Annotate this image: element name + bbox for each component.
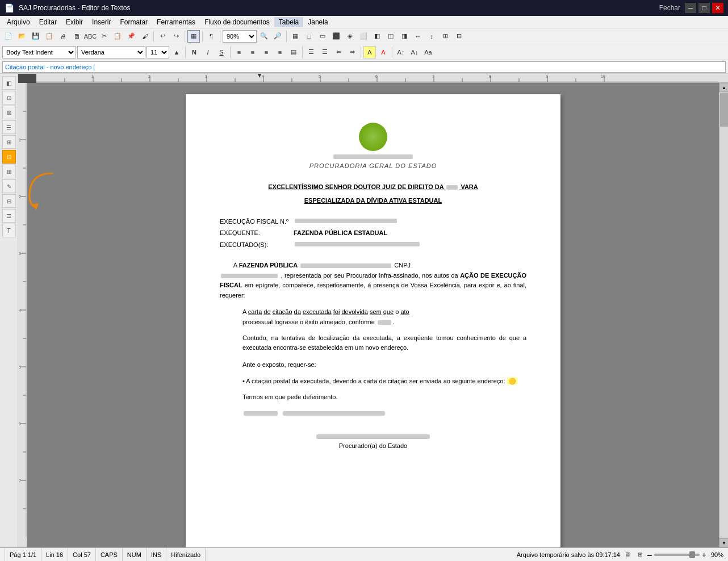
zoom-in-button[interactable]: 🔍 <box>258 30 270 43</box>
scroll-thumb[interactable] <box>720 93 728 127</box>
ante-text: Ante o exposto, requer-se: <box>242 361 316 368</box>
style-select[interactable]: Body Text Indent <box>2 46 76 58</box>
svg-text:4: 4 <box>19 308 21 312</box>
scrollbar-right[interactable]: ▲ ▼ <box>719 83 728 547</box>
scroll-track[interactable] <box>719 92 728 538</box>
zoom-select[interactable]: 90% 75% 100% <box>223 30 257 43</box>
menu-exibir[interactable]: Exibir <box>61 17 87 27</box>
doc-area[interactable]: PROCURADORIA GERAL DO ESTADO EXCELENTÍSS… <box>27 83 719 547</box>
underline-button[interactable]: S <box>215 46 228 58</box>
fontsize-dn[interactable]: A↓ <box>408 46 421 58</box>
sidebar-btn-10[interactable]: ☲ <box>2 209 16 223</box>
sidebar-btn-1[interactable]: ◧ <box>2 76 16 90</box>
saveas-button[interactable]: 📋 <box>43 30 56 43</box>
tb-icon3[interactable]: ▭ <box>316 30 329 43</box>
pilcrow-button[interactable]: ¶ <box>205 30 217 43</box>
new-button[interactable]: 📄 <box>2 30 15 43</box>
menu-janela[interactable]: Janela <box>303 17 332 27</box>
zoom-thumb[interactable] <box>689 551 695 558</box>
maximize-button[interactable]: □ <box>698 3 710 13</box>
status-icon1[interactable]: 🖥 <box>622 550 633 560</box>
sidebar-btn-3[interactable]: ⊠ <box>2 106 16 119</box>
save-button[interactable]: 💾 <box>30 30 42 43</box>
exequente-row: EXEQUENTE: FAZENDA PÚBLICA ESTADUAL <box>220 228 526 238</box>
align-center[interactable]: ≡ <box>246 46 259 58</box>
spell-button[interactable]: ABC <box>84 30 97 43</box>
tb-icon11[interactable]: ↕ <box>425 30 438 43</box>
sidebar-btn-11[interactable]: T <box>2 224 16 237</box>
bold-button[interactable]: N <box>188 46 200 58</box>
close-label[interactable]: Fechar <box>659 4 680 12</box>
exec-fiscal-row: EXECUÇÃO FISCAL N.º <box>220 217 526 227</box>
menu-arquivo[interactable]: Arquivo <box>2 17 35 27</box>
size-select[interactable]: 11 <box>147 46 169 58</box>
caps-toggle[interactable]: Aa <box>422 46 434 58</box>
zoom-out-button[interactable]: 🔎 <box>271 30 284 43</box>
redo-button[interactable]: ↪ <box>170 30 182 43</box>
highlight-button[interactable]: A <box>363 46 376 58</box>
fontsize-up[interactable]: A↑ <box>395 46 407 58</box>
align-left[interactable]: ≡ <box>233 46 245 58</box>
font-select[interactable]: Verdana <box>77 46 145 58</box>
col-button[interactable]: ▤ <box>287 46 300 58</box>
align-right[interactable]: ≡ <box>260 46 273 58</box>
menu-ferramentas[interactable]: Ferramentas <box>152 17 200 27</box>
h-ruler: 1 2 3 4 5 6 <box>36 74 728 83</box>
zoom-minus[interactable]: – <box>647 550 652 559</box>
tb-icon10[interactable]: ↔ <box>412 30 424 43</box>
menu-editar[interactable]: Editar <box>35 17 61 27</box>
tb-icon5[interactable]: ◈ <box>344 30 356 43</box>
tb-icon7[interactable]: ◧ <box>371 30 383 43</box>
font-color-button[interactable]: A <box>377 46 390 58</box>
format-painter[interactable]: 🖌 <box>139 30 151 43</box>
copy-button[interactable]: 📋 <box>111 30 124 43</box>
increase-indent[interactable]: ⇒ <box>346 46 358 58</box>
zoom-slider[interactable] <box>654 554 700 556</box>
menu-formatar[interactable]: Formatar <box>115 17 152 27</box>
decrease-indent[interactable]: ⇐ <box>332 46 345 58</box>
sidebar-btn-8[interactable]: ✎ <box>2 179 16 193</box>
zoom-plus[interactable]: + <box>702 550 706 559</box>
tb-icon8[interactable]: ◫ <box>384 30 397 43</box>
tb-icon6[interactable]: ⬜ <box>357 30 370 43</box>
date-blurred2 <box>283 411 385 416</box>
tb-icon12[interactable]: ⊞ <box>439 30 451 43</box>
formula-input[interactable] <box>2 61 726 73</box>
formula-bar <box>0 60 728 74</box>
align-justify[interactable]: ≡ <box>274 46 286 58</box>
menu-inserir[interactable]: Inserir <box>87 17 115 27</box>
cut-button[interactable]: ✂ <box>98 30 110 43</box>
tb-icon1[interactable]: ▦ <box>289 30 302 43</box>
ul-ato: ato <box>400 308 409 315</box>
sidebar-btn-active[interactable]: ⊡ <box>2 150 16 164</box>
sidebar-btn-4[interactable]: ☰ <box>2 120 16 134</box>
printprev-button[interactable]: 🖺 <box>70 30 83 43</box>
tb-icon2[interactable]: □ <box>303 30 315 43</box>
scroll-up-button[interactable]: ▲ <box>719 83 728 92</box>
status-bar: Pág 1 1/1 Lin 16 Col 57 CAPS NUM INS Hif… <box>0 547 728 561</box>
undo-button[interactable]: ↩ <box>156 30 169 43</box>
tb-icon13[interactable]: ⊟ <box>453 30 465 43</box>
numbering-button[interactable]: ☰ <box>319 46 331 58</box>
paste-button[interactable]: 📌 <box>125 30 137 43</box>
bullets-button[interactable]: ☰ <box>305 46 317 58</box>
sidebar-btn-2[interactable]: ⊡ <box>2 91 16 104</box>
ante-para: Ante o exposto, requer-se: <box>242 360 526 370</box>
tb-icon4[interactable]: ⬛ <box>330 30 342 43</box>
close-button[interactable]: ✕ <box>712 3 723 13</box>
scroll-down-button[interactable]: ▼ <box>719 538 728 547</box>
open-button[interactable]: 📂 <box>16 30 28 43</box>
minimize-button[interactable]: ─ <box>685 3 696 13</box>
italic-button[interactable]: I <box>202 46 214 58</box>
sidebar-btn-9[interactable]: ⊟ <box>2 194 16 208</box>
sidebar-btn-5[interactable]: ⊞ <box>2 135 16 149</box>
table-button[interactable]: ▦ <box>187 30 200 43</box>
svg-text:8: 8 <box>489 74 491 78</box>
tb-icon9[interactable]: ◨ <box>398 30 411 43</box>
print-button[interactable]: 🖨 <box>57 30 69 43</box>
menu-fluxo[interactable]: Fluxo de documentos <box>200 17 274 27</box>
menu-tabela[interactable]: Tabela <box>274 17 303 27</box>
sidebar-btn-7[interactable]: ⊞ <box>2 165 16 178</box>
size-up-button[interactable]: ▲ <box>170 46 183 58</box>
status-icon2[interactable]: ⊞ <box>635 550 645 560</box>
